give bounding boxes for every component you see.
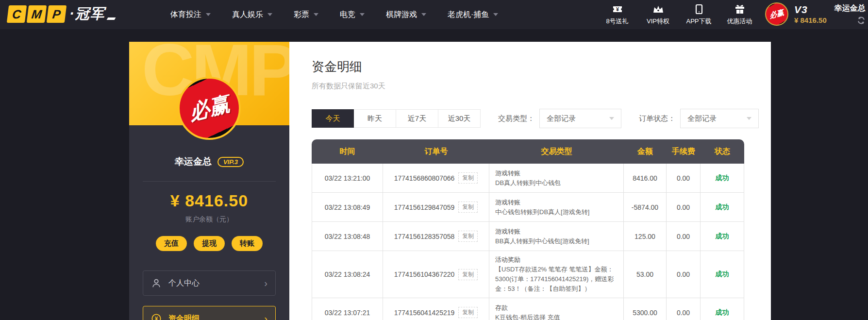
cell-fee: 0.00 bbox=[667, 164, 701, 193]
logo-letter: P bbox=[47, 5, 67, 23]
tablet-icon bbox=[693, 3, 705, 15]
nav-item-board-games[interactable]: 棋牌游戏 bbox=[386, 10, 426, 20]
cell-type: 存款 K豆钱包-稍后选择 充值 bbox=[489, 298, 624, 320]
chevron-down-icon bbox=[360, 13, 365, 16]
chevron-down-icon bbox=[206, 13, 211, 16]
logo-text: ·冠军 bbox=[69, 4, 105, 24]
order-number: 1774156860807066 bbox=[394, 174, 455, 182]
cell-time: 03/22 13:08:24 bbox=[312, 251, 383, 298]
copy-button[interactable]: 复制 bbox=[458, 307, 478, 318]
coin-icon: ¥ bbox=[151, 313, 162, 320]
quick-link-gift8[interactable]: ¥ 8号送礼 bbox=[603, 3, 631, 26]
transaction-type-select[interactable]: 全部记录 bbox=[539, 109, 621, 128]
account-balance: ¥ 8416.50 bbox=[129, 191, 289, 210]
cell-order: 1774156104367220 复制 bbox=[383, 251, 489, 298]
svg-text:¥: ¥ bbox=[155, 316, 158, 320]
balance-label: 账户余额（元） bbox=[129, 215, 289, 224]
quick-link-vip[interactable]: VIP特权 bbox=[644, 3, 672, 26]
site-logo[interactable]: C M P ·冠军 bbox=[8, 4, 115, 24]
cell-amount: 8416.00 bbox=[624, 164, 667, 193]
transaction-type-label: 交易类型： bbox=[498, 114, 534, 123]
username: 幸运金总 bbox=[175, 155, 212, 168]
chevron-right-icon: › bbox=[264, 314, 267, 320]
vip-level: V3 bbox=[794, 4, 827, 15]
cell-time: 03/22 13:08:49 bbox=[312, 193, 383, 222]
transfer-button[interactable]: 转账 bbox=[232, 236, 263, 251]
avatar[interactable]: 必赢 bbox=[178, 77, 241, 140]
tab-last7days[interactable]: 近7天 bbox=[396, 109, 438, 128]
logo-letter: C bbox=[7, 5, 27, 23]
nav-item-live-casino[interactable]: 真人娱乐 bbox=[232, 10, 272, 20]
table-row: 03/22 13:08:48 1774156128357058 复制 游戏转账 … bbox=[312, 222, 744, 251]
chevron-down-icon bbox=[267, 13, 272, 16]
cell-type: 游戏转账 DB真人转账到中心钱包 bbox=[489, 164, 624, 193]
date-range-tabs: 今天 昨天 近7天 近30天 bbox=[312, 109, 481, 128]
chevron-down-icon bbox=[609, 117, 614, 120]
divider bbox=[143, 181, 276, 182]
cell-amount: 125.00 bbox=[624, 222, 667, 251]
profile-sidebar: CMP 必赢 幸运金总 VIP.3 ¥ 8416.50 账户余额（元） 充值 提… bbox=[129, 42, 289, 320]
chevron-down-icon bbox=[493, 13, 498, 16]
cell-fee: 0.00 bbox=[667, 193, 701, 222]
tab-yesterday[interactable]: 昨天 bbox=[354, 109, 396, 128]
cell-status: 成功 bbox=[701, 222, 744, 251]
order-status-label: 订单状态： bbox=[639, 114, 675, 123]
cell-fee: 0.00 bbox=[667, 251, 701, 298]
filter-row: 今天 昨天 近7天 近30天 交易类型： 全部记录 订单状态： 全部记录 bbox=[312, 109, 771, 128]
cell-type: 游戏转账 中心钱包转账到DB真人[游戏免转] bbox=[489, 193, 624, 222]
wallet-actions: 充值 提现 转账 bbox=[129, 236, 289, 251]
cell-status: 成功 bbox=[701, 251, 744, 298]
logo-letter: M bbox=[27, 5, 47, 23]
table-header: 时间 订单号 交易类型 金额 手续费 状态 bbox=[312, 139, 744, 164]
chevron-down-icon bbox=[747, 117, 751, 120]
quick-links: ¥ 8号送礼 VIP特权 APP下载 优惠活动 bbox=[603, 3, 753, 26]
deposit-button[interactable]: 充值 bbox=[156, 236, 187, 251]
nav-item-slots-fishing[interactable]: 老虎机·捕鱼 bbox=[448, 10, 498, 20]
user-name-block: 幸运金总 bbox=[835, 2, 866, 26]
refresh-icon[interactable] bbox=[857, 16, 866, 25]
page-subtitle: 所有数据只保留近30天 bbox=[312, 82, 385, 91]
sidebar-item-fund-details[interactable]: ¥ 资金明细 › bbox=[143, 306, 276, 320]
ticket-icon: ¥ bbox=[612, 3, 623, 15]
order-number: 1774156129847059 bbox=[394, 203, 455, 211]
user-area: 必赢 V3 ¥ 8416.50 幸运金总 bbox=[765, 2, 866, 26]
person-icon bbox=[151, 278, 162, 288]
tab-last30days[interactable]: 近30天 bbox=[438, 109, 481, 128]
quick-link-app[interactable]: APP下载 bbox=[685, 3, 713, 26]
cell-fee: 0.00 bbox=[667, 222, 701, 251]
sidebar-item-personal-center[interactable]: 个人中心 › bbox=[143, 270, 276, 296]
cell-amount: 5300.00 bbox=[624, 298, 667, 320]
username-row: 幸运金总 VIP.3 bbox=[129, 155, 289, 168]
transactions-table: 时间 订单号 交易类型 金额 手续费 状态 03/22 13:21:00 177… bbox=[312, 139, 744, 320]
tab-today[interactable]: 今天 bbox=[312, 109, 354, 128]
order-number: 1774156041425219 bbox=[394, 309, 455, 317]
cell-amount: 53.00 bbox=[624, 251, 667, 298]
username: 幸运金总 bbox=[835, 3, 866, 14]
cell-status: 成功 bbox=[701, 298, 744, 320]
table-row: 03/22 13:08:24 1774156104367220 复制 活动奖励 … bbox=[312, 251, 744, 298]
withdraw-button[interactable]: 提现 bbox=[194, 236, 225, 251]
order-status-select[interactable]: 全部记录 bbox=[680, 109, 759, 128]
avatar[interactable]: 必赢 bbox=[765, 2, 788, 26]
cell-order: 1774156128357058 复制 bbox=[383, 222, 489, 251]
crown-icon bbox=[652, 3, 665, 15]
quick-link-promos[interactable]: 优惠活动 bbox=[726, 3, 753, 26]
cell-order: 1774156129847059 复制 bbox=[383, 193, 489, 222]
chevron-down-icon bbox=[314, 13, 318, 16]
cell-order: 1774156860807066 复制 bbox=[383, 164, 489, 193]
chevron-down-icon bbox=[421, 13, 426, 16]
cell-order: 1774156041425219 复制 bbox=[383, 298, 489, 320]
nav-item-esports[interactable]: 电竞 bbox=[340, 10, 365, 20]
copy-button[interactable]: 复制 bbox=[458, 172, 478, 184]
topbar-balance: ¥ 8416.50 bbox=[794, 16, 827, 24]
copy-button[interactable]: 复制 bbox=[458, 202, 478, 213]
nav-item-lottery[interactable]: 彩票 bbox=[294, 10, 318, 20]
copy-button[interactable]: 复制 bbox=[458, 231, 478, 242]
cell-type: 游戏转账 BB真人转账到中心钱包[游戏免转] bbox=[489, 222, 624, 251]
table-body: 03/22 13:21:00 1774156860807066 复制 游戏转账 … bbox=[312, 164, 744, 320]
top-bar: C M P ·冠军 体育投注 真人娱乐 彩票 电竞 棋牌游戏 老虎机·捕鱼 bbox=[0, 0, 868, 29]
order-number: 1774156128357058 bbox=[394, 233, 455, 240]
nav-item-sports[interactable]: 体育投注 bbox=[170, 10, 211, 20]
order-number: 1774156104367220 bbox=[394, 270, 455, 278]
copy-button[interactable]: 复制 bbox=[458, 269, 478, 280]
